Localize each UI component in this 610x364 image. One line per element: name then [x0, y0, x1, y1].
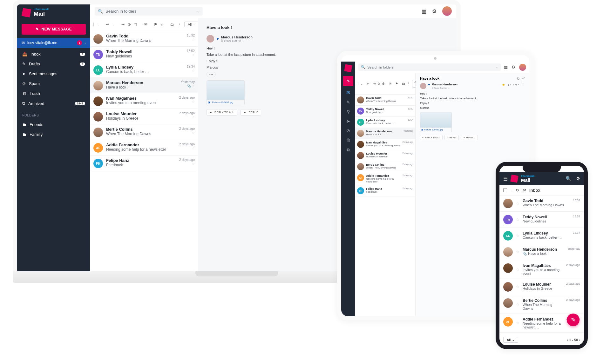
star-icon[interactable]: ☆ — [192, 131, 195, 135]
filter-dropdown[interactable]: All⌄ — [184, 22, 199, 27]
message-row[interactable]: ☆ Louise Mounier Holidays in Greece 2 da… — [499, 279, 584, 295]
nav-sent[interactable]: ➤Sent messages — [17, 69, 90, 79]
checkbox-all[interactable] — [358, 82, 358, 85]
refresh-icon[interactable]: ⟳ — [516, 188, 519, 193]
rail-trash-icon[interactable]: 🗑 — [346, 138, 350, 143]
print-icon[interactable]: ⎙ — [517, 76, 519, 80]
more-icon[interactable]: ⋮ — [407, 82, 410, 85]
message-row[interactable]: ☆ Bertie Collins When The Morning Dawns … — [499, 295, 584, 314]
star-icon[interactable]: ☆ — [192, 162, 195, 166]
message-row[interactable]: Marcus Henderson Have a look ! Yesterday… — [90, 78, 198, 93]
message-row[interactable]: FH Felipe Hanz Feedback 2 days ago — [355, 185, 415, 196]
nav-archive[interactable]: ⧉Archived1942 — [17, 98, 90, 109]
star-icon[interactable]: ☆ — [516, 267, 519, 272]
user-avatar[interactable] — [442, 6, 452, 16]
compose-fab[interactable]: ✎ — [567, 314, 580, 326]
more-icon[interactable]: ⋮ — [521, 83, 525, 87]
markread-icon[interactable]: ✉ — [144, 22, 147, 27]
star-icon[interactable]: ☆ — [192, 38, 195, 41]
nav-inbox[interactable]: 📥Inbox4 — [17, 49, 90, 59]
attachment-card[interactable]: ▣Picture-100493.jpg — [207, 80, 245, 105]
message-row[interactable]: AF Addie Fernandez Needing some help for… — [90, 140, 198, 156]
message-row[interactable]: Gavin Todd When The Morning Dawns 15:32 … — [90, 31, 198, 47]
gear-icon[interactable]: ⚙ — [576, 176, 580, 182]
message-row[interactable]: Marcus Henderson Have a look ! Yesterday — [355, 128, 415, 139]
folder-move-icon[interactable]: 🗀 — [170, 22, 174, 27]
reply-icon[interactable]: ↩ — [106, 22, 109, 27]
transfer-button[interactable]: ↪ TRANS… — [461, 135, 478, 140]
reply-button[interactable]: ↩REPLY — [241, 109, 261, 116]
message-row[interactable]: LL Lydia Lindsey Cancun is back, better … — [355, 117, 415, 128]
prev-page-icon[interactable]: ‹ — [567, 338, 568, 342]
star-icon[interactable]: ☆ — [192, 69, 195, 72]
apps-icon[interactable]: ▦ — [422, 8, 426, 14]
nav-spam[interactable]: ⊘Spam — [17, 79, 90, 89]
expand-icon[interactable]: ⤢ — [522, 76, 525, 80]
star-icon[interactable]: ☆ — [192, 147, 195, 150]
archive-icon[interactable]: ⇥ — [373, 82, 376, 85]
checkbox-all[interactable] — [93, 23, 94, 26]
gear-icon[interactable]: ⚙ — [512, 65, 515, 69]
trash-icon[interactable]: 🗑 — [134, 22, 138, 27]
trash-icon[interactable]: 🗑 — [382, 82, 385, 85]
account-row[interactable]: ✉ lucy-vitale@ik.me 1 › — [17, 38, 90, 48]
star-icon[interactable]: ☆ — [516, 302, 519, 307]
reply-all-icon[interactable]: ↩↩ — [513, 83, 519, 87]
reply-all-button[interactable]: ↩ REPLY TO ALL — [420, 135, 443, 140]
message-row[interactable]: LL Lydia Lindsey Cancun is back, better … — [90, 62, 198, 78]
spam-icon[interactable]: ⊘ — [377, 82, 380, 85]
star-icon[interactable]: ★ — [502, 83, 505, 87]
reply-button[interactable]: ↩ REPLY — [444, 135, 459, 140]
search-input[interactable]: 🔍 Search in folders ⌄ — [358, 63, 501, 71]
message-row[interactable]: AF Addie Fernandez Needing some help for… — [355, 172, 415, 185]
star-icon[interactable]: ☆ — [192, 53, 195, 57]
rail-inbox-icon[interactable]: ✉ — [346, 90, 350, 95]
rail-archive-icon[interactable]: ⧉ — [347, 147, 350, 153]
message-row[interactable]: Bertie Collins When The Morning Dawns 2 … — [355, 161, 415, 172]
checkbox-all[interactable] — [503, 189, 507, 192]
next-page-icon[interactable]: › — [579, 338, 580, 342]
message-row[interactable]: Louise Mounier Holidays in Greece 2 days… — [90, 109, 198, 124]
message-row[interactable]: Ivan Magalhães Invites you to a meeting … — [355, 139, 415, 150]
flag-icon[interactable]: ⚑ — [395, 82, 398, 85]
message-row[interactable]: TN Teddy Nowell New guidelines 13:52 — [355, 106, 415, 117]
gear-icon[interactable]: ⚙ — [432, 8, 437, 14]
apps-icon[interactable]: ▦ — [504, 65, 508, 69]
star-icon[interactable]: ☆ — [192, 116, 195, 119]
rail-search-icon[interactable]: ⚲ — [347, 109, 350, 114]
message-row[interactable]: ☆ Ivan Magalhães Invites you to a meetin… — [499, 260, 584, 279]
star-icon[interactable]: ☆ — [160, 22, 164, 27]
filter-dropdown[interactable]: All ⌄ — [503, 337, 518, 343]
star-icon[interactable]: 📎 ☆ — [187, 84, 195, 88]
folder-move-icon[interactable]: 🗀 — [402, 82, 405, 85]
star-icon[interactable]: ☆ — [516, 285, 519, 289]
message-row[interactable]: Bertie Collins When The Morning Dawns 2 … — [90, 124, 198, 140]
rail-spam-icon[interactable]: ⊘ — [346, 128, 350, 133]
reply-icon[interactable]: ↩ — [367, 82, 369, 85]
chevron-down-icon[interactable]: ⌄ — [97, 23, 100, 26]
rail-drafts-icon[interactable]: ✎ — [346, 100, 350, 105]
more-icon[interactable]: ⋮ — [177, 22, 181, 27]
spam-icon[interactable]: ⊘ — [128, 22, 131, 27]
message-row[interactable]: LL ☆ Lydia Lindsey Cancun is back, bette… — [499, 228, 584, 244]
expand-quoted[interactable]: ••• — [207, 72, 216, 77]
message-row[interactable]: FH Felipe Hanz Feedback 2 days ago ☆ — [90, 156, 198, 171]
nav-trash[interactable]: 🗑Trash — [17, 89, 90, 98]
rail-sent-icon[interactable]: ➤ — [346, 119, 350, 124]
new-message-button[interactable]: ✎ NEW MESSAGE — [22, 24, 86, 35]
nav-drafts[interactable]: ✎Drafts2 — [17, 59, 90, 69]
folder-item[interactable]: 🖿Friends — [17, 120, 90, 129]
message-row[interactable]: TN Teddy Nowell New guidelines 13:52 ☆ — [90, 47, 198, 62]
message-row[interactable]: ☆ Marcus Henderson 📎 Have a look ! Yeste… — [499, 244, 584, 260]
flag-icon[interactable]: ⚑ — [154, 22, 157, 27]
message-row[interactable]: Ivan Magalhães Invites you to a meeting … — [90, 93, 198, 109]
star-icon[interactable]: ☆ — [192, 100, 195, 103]
message-row[interactable]: Gavin Todd When The Morning Dawns 15:32 — [355, 95, 415, 106]
archive-icon[interactable]: ⇥ — [121, 22, 125, 27]
message-row[interactable]: TN ☆ Teddy Nowell New guidelines 13:52 — [499, 212, 584, 228]
markread-icon[interactable]: ✉ — [389, 82, 391, 85]
star-icon[interactable]: ☆ — [516, 234, 519, 238]
user-avatar[interactable] — [519, 64, 526, 71]
search-input[interactable]: 🔍 Search in folders ⌄ — [95, 7, 203, 16]
star-icon[interactable]: ☆ — [516, 321, 519, 325]
